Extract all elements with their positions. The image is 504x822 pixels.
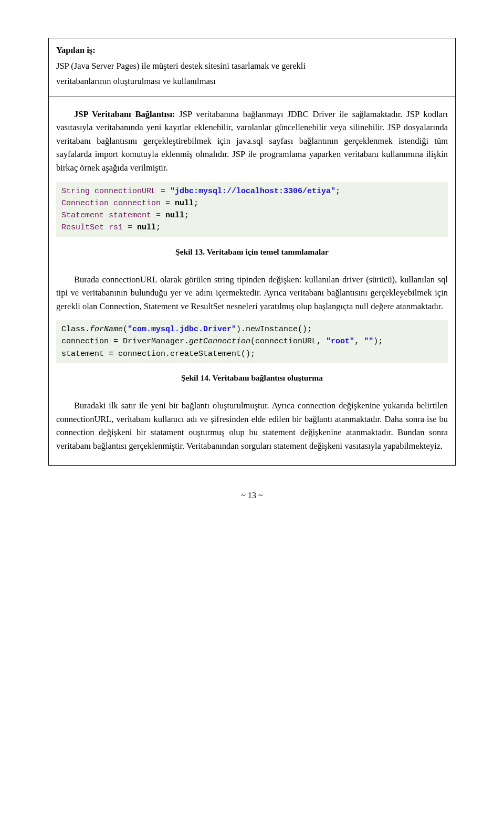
- code-token: ;: [335, 187, 340, 196]
- code-token: (: [123, 325, 128, 334]
- task-heading: Yapılan iş:: [56, 44, 448, 57]
- code-token: ,: [354, 337, 364, 346]
- code-block-1: String connectionURL = "jdbc:mysql://loc…: [56, 182, 448, 237]
- body-area: JSP Veritabanı Bağlantısı: JSP veritaban…: [49, 104, 455, 466]
- tilde-icon: ~: [239, 491, 248, 500]
- page-number: ~13~: [48, 491, 456, 500]
- task-box: Yapılan iş: JSP (Java Server Pages) ile …: [48, 38, 456, 97]
- code-token: "com.mysql.jdbc.Driver": [128, 325, 236, 334]
- tilde-icon: ~: [256, 491, 265, 500]
- paragraph-3: Buradaki ilk satır ile yeni bir bağlantı…: [56, 399, 448, 452]
- content-frame: Yapılan iş: JSP (Java Server Pages) ile …: [48, 38, 456, 466]
- code-token: ResultSet rs1 =: [61, 223, 137, 232]
- figure-caption-13: Şekil 13. Veritabanı için temel tanımlam…: [56, 246, 448, 258]
- code-line: ResultSet rs1 = null;: [61, 222, 443, 234]
- task-line-2: veritabanlarının oluşturulması ve kullan…: [56, 75, 448, 88]
- code-token: null: [137, 223, 156, 232]
- code-token: ;: [194, 199, 198, 208]
- code-token: Class.: [61, 325, 90, 334]
- code-line: String connectionURL = "jdbc:mysql://loc…: [61, 185, 443, 197]
- task-line-1: JSP (Java Server Pages) ile müşteri dest…: [56, 59, 448, 73]
- code-line: Connection connection = null;: [61, 197, 443, 209]
- code-token: ;: [156, 223, 161, 232]
- code-token: null: [165, 211, 184, 220]
- code-token: Statement statement =: [61, 211, 165, 220]
- code-token: "jdbc:mysql://localhost:3306/etiya": [170, 187, 335, 196]
- para1-prefix: JSP Veritabanı Bağlantısı:: [74, 109, 179, 119]
- code-token: getConnection: [189, 337, 250, 346]
- code-token: "root": [326, 337, 354, 346]
- code-line: statement = connection.createStatement()…: [61, 348, 443, 360]
- code-line: connection = DriverManager.getConnection…: [61, 335, 443, 347]
- page: Yapılan iş: JSP (Java Server Pages) ile …: [0, 0, 504, 822]
- paragraph-1: JSP Veritabanı Bağlantısı: JSP veritaban…: [56, 108, 448, 175]
- page-number-value: 13: [248, 491, 256, 500]
- code-token: ;: [184, 211, 189, 220]
- code-token: Connection connection =: [61, 199, 175, 208]
- code-token: statement = connection.createStatement()…: [61, 350, 255, 359]
- code-line: Class.forName("com.mysql.jdbc.Driver").n…: [61, 323, 443, 335]
- figure-caption-14: Şekil 14. Veritabanı bağlantısı oluşturm…: [56, 372, 448, 384]
- code-token: "": [364, 337, 373, 346]
- code-token: ).newInstance();: [236, 325, 312, 334]
- code-token: );: [373, 337, 383, 346]
- code-block-2: Class.forName("com.mysql.jdbc.Driver").n…: [56, 320, 448, 363]
- code-token: String connectionURL =: [61, 187, 170, 196]
- code-token: (connectionURL,: [250, 337, 326, 346]
- code-token: forName: [90, 325, 123, 334]
- code-token: connection = DriverManager.: [61, 337, 189, 346]
- code-token: null: [175, 199, 194, 208]
- paragraph-2: Burada connectionURL olarak görülen stri…: [56, 273, 448, 313]
- code-line: Statement statement = null;: [61, 209, 443, 222]
